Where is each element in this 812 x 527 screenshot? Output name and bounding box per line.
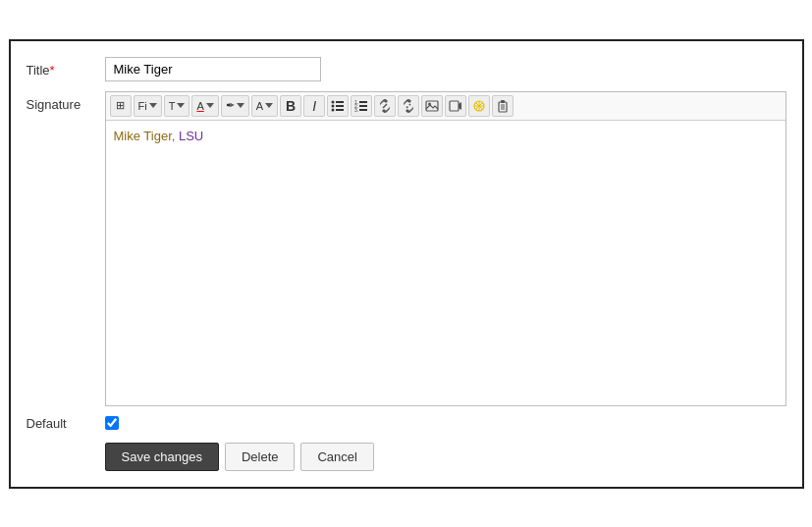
unlink-button[interactable] [398, 95, 419, 117]
svg-point-4 [332, 108, 335, 111]
table-button[interactable]: ⊞ [110, 95, 132, 117]
signature-row: Signature ⊞ Fi T A [27, 91, 786, 406]
svg-rect-1 [336, 101, 344, 103]
bold-button[interactable]: B [280, 95, 301, 117]
link-icon [378, 99, 392, 113]
svg-rect-12 [426, 101, 438, 111]
svg-rect-11 [359, 109, 367, 111]
highlight-select[interactable]: ✒ [221, 95, 249, 117]
default-row: Default [27, 416, 786, 431]
svg-rect-3 [336, 105, 344, 107]
svg-rect-5 [336, 109, 344, 111]
font-family-chevron [149, 103, 157, 108]
special-chars-button[interactable] [468, 95, 490, 117]
signature-editor[interactable]: ⊞ Fi T A ✒ [105, 91, 786, 406]
highlight-chevron [237, 103, 244, 108]
save-changes-button[interactable]: Save changes [105, 443, 219, 471]
svg-rect-14 [450, 101, 459, 111]
font-color-select[interactable]: A [191, 95, 218, 117]
delete-button[interactable]: Delete [225, 443, 296, 471]
title-row: Title* [27, 57, 786, 81]
paste-icon [496, 99, 510, 113]
font-size-select[interactable]: T [164, 95, 190, 117]
paste-button[interactable] [492, 95, 514, 117]
svg-point-0 [332, 100, 335, 103]
font-family-select[interactable]: Fi [134, 95, 162, 117]
editor-toolbar: ⊞ Fi T A ✒ [106, 92, 785, 121]
signature-text: Mike Tiger, LSU [114, 129, 204, 143]
svg-rect-7 [359, 101, 367, 103]
text-size-chevron [265, 103, 273, 108]
special-chars-icon [472, 99, 486, 113]
font-color-chevron [206, 103, 214, 108]
title-label: Title* [27, 57, 105, 78]
video-icon [449, 99, 462, 113]
svg-point-2 [332, 104, 335, 107]
svg-rect-21 [501, 100, 505, 103]
title-label-text: Title [27, 63, 50, 78]
cancel-button[interactable]: Cancel [300, 443, 373, 471]
video-button[interactable] [445, 95, 466, 117]
ordered-list-button[interactable]: 1. 2. 3. [351, 95, 372, 117]
title-input[interactable] [105, 57, 321, 81]
editor-content-area[interactable]: Mike Tiger, LSU [106, 121, 785, 405]
svg-rect-9 [359, 105, 367, 107]
text-size-select[interactable]: A [251, 95, 278, 117]
unordered-list-button[interactable] [327, 95, 349, 117]
italic-button[interactable]: I [303, 95, 325, 117]
signature-label: Signature [27, 91, 105, 112]
default-checkbox[interactable] [105, 416, 119, 430]
ul-icon [331, 99, 345, 113]
edit-signature-dialog: Title* Signature ⊞ Fi T [9, 39, 804, 489]
font-size-chevron [177, 103, 185, 108]
image-icon [425, 99, 439, 113]
required-star: * [50, 63, 55, 78]
ol-icon: 1. 2. 3. [354, 99, 368, 113]
buttons-row: Save changes Delete Cancel [27, 443, 786, 471]
link-button[interactable] [374, 95, 396, 117]
unlink-icon [402, 99, 415, 113]
image-button[interactable] [421, 95, 443, 117]
svg-text:3.: 3. [354, 107, 358, 113]
signature-org: LSU [179, 129, 203, 143]
default-label: Default [27, 416, 105, 431]
